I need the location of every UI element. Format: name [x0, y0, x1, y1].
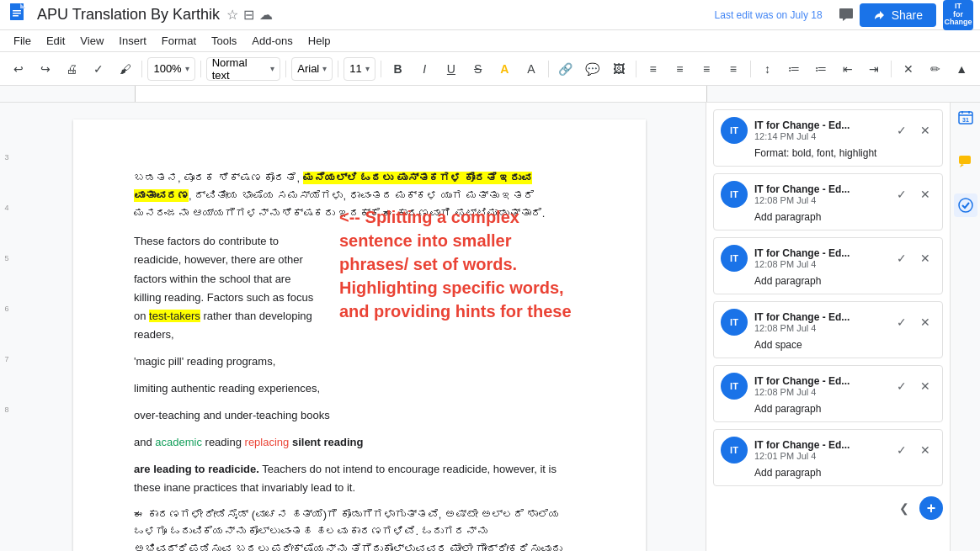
last-edit-label: Last edit was on July 18	[715, 9, 823, 21]
indent-more-button[interactable]: ⇥	[862, 57, 886, 81]
comment-author-1: IT for Change - Ed...	[754, 119, 885, 131]
calendar-icon[interactable]: 31	[954, 106, 977, 130]
comment-body-4: Add space	[721, 339, 935, 351]
share-button[interactable]: Share	[860, 3, 936, 27]
align-center-button[interactable]: ≡	[668, 57, 692, 81]
comment-avatar-1: IT	[721, 117, 748, 144]
comment-close-2[interactable]: ✕	[915, 184, 935, 204]
menu-add-ons[interactable]: Add-ons	[245, 33, 299, 49]
spell-check-button[interactable]: ✓	[87, 57, 110, 81]
editing-mode-button[interactable]: ✏	[924, 57, 947, 81]
align-left-button[interactable]: ≡	[642, 57, 665, 81]
comment-time-2: 12:08 PM Jul 4	[754, 195, 885, 205]
kannada-highlight-1: ಮನೆಯಲ್ಲಿ ಓದಲು ಪುಸ್ತಕಗಳ ಕೊರತೆ ಇರುವ ವಾತಾವರ…	[134, 172, 532, 202]
comment-body-2: Add paragraph	[721, 211, 935, 223]
indent-less-button[interactable]: ⇤	[836, 57, 860, 81]
separator9	[891, 61, 892, 77]
checkmark-icon[interactable]	[954, 193, 977, 217]
italic-button[interactable]: I	[413, 57, 436, 81]
english-para-6: are leading to readicide. Teachers do no…	[134, 460, 585, 497]
comment-close-6[interactable]: ✕	[915, 440, 935, 460]
comment-body-1: Format: bold, font, highlight	[721, 147, 935, 159]
english-para-2: 'magic pill' reading programs,	[134, 352, 585, 371]
comment-close-3[interactable]: ✕	[915, 248, 935, 268]
menu-view[interactable]: View	[73, 33, 110, 49]
comment-body-6: Add paragraph	[721, 467, 935, 479]
menu-edit[interactable]: Edit	[40, 33, 72, 49]
comment-time-5: 12:08 PM Jul 4	[754, 387, 885, 397]
comment-resolve-5[interactable]: ✓	[892, 376, 912, 396]
chat-icon[interactable]	[954, 150, 977, 173]
comment-close-5[interactable]: ✕	[915, 376, 935, 396]
undo-button[interactable]: ↩	[7, 57, 30, 81]
comment-card-3: IT IT for Change - Ed... 12:08 PM Jul 4 …	[713, 237, 943, 294]
comment-actions-3: ✓ ✕	[892, 248, 935, 268]
comment-resolve-2[interactable]: ✓	[892, 184, 912, 204]
comment-resolve-3[interactable]: ✓	[892, 248, 912, 268]
annotation-text: <-- Splitting a complex sentence into sm…	[339, 205, 578, 323]
cloud-icon[interactable]: ☁	[259, 7, 273, 23]
text-color-button[interactable]: A	[519, 57, 543, 81]
link-button[interactable]: 🔗	[554, 57, 578, 81]
menu-format[interactable]: Format	[155, 33, 203, 49]
panel-footer: ❮ +	[706, 493, 950, 523]
comment-actions-1: ✓ ✕	[892, 120, 935, 140]
underline-button[interactable]: U	[439, 57, 463, 81]
expand-panel-button[interactable]: ❮	[892, 496, 916, 520]
comment-resolve-1[interactable]: ✓	[892, 120, 912, 140]
menu-bar: File Edit View Insert Format Tools Add-o…	[0, 30, 980, 52]
comment-author-5: IT for Change - Ed...	[754, 375, 885, 387]
line-spacing-button[interactable]: ↕	[756, 57, 780, 81]
numbered-list-button[interactable]: ≔	[782, 57, 806, 81]
menu-file[interactable]: File	[7, 33, 38, 49]
test-takers-highlight: test-takers	[149, 310, 200, 322]
menu-tools[interactable]: Tools	[205, 33, 243, 49]
folder-icon[interactable]: ⊟	[243, 7, 254, 23]
comment-header-3: IT IT for Change - Ed... 12:08 PM Jul 4 …	[721, 245, 935, 272]
strikethrough-button[interactable]: S	[466, 57, 490, 81]
english-para-3: limiting authentic reading experiences,	[134, 379, 585, 398]
comments-button[interactable]	[833, 2, 860, 29]
justify-button[interactable]: ≡	[722, 57, 745, 81]
image-button[interactable]: 🖼	[607, 57, 631, 81]
expand-toolbar-button[interactable]: ▲	[950, 57, 973, 81]
document-page: ಬಡತನ, ಪೂರಕ ಶಿಕ್ಷಣ ಕೊರತೆ, ಮನೆಯಲ್ಲಿ ಓದಲು ಪ…	[73, 119, 646, 551]
menu-insert[interactable]: Insert	[112, 33, 153, 49]
clear-format-button[interactable]: ✕	[897, 57, 920, 81]
comment-close-4[interactable]: ✕	[915, 312, 935, 332]
zoom-select[interactable]: 100% ▾	[147, 57, 194, 81]
comment-resolve-6[interactable]: ✓	[892, 440, 912, 460]
style-select[interactable]: Normal text ▾	[206, 57, 281, 81]
redo-button[interactable]: ↪	[34, 57, 57, 81]
separator2	[200, 61, 201, 77]
it-change-badge: ITforChange	[943, 0, 973, 30]
main-layout: 3 4 5 6 7 8 ಬಡತನ, ಪೂರಕ ಶಿಕ್ಷಣ ಕೊರತೆ, ಮನೆ…	[0, 103, 980, 551]
font-select[interactable]: Arial ▾	[291, 57, 333, 81]
menu-help[interactable]: Help	[301, 33, 338, 49]
english-para-4: over-teaching and under-teaching books	[134, 406, 585, 425]
toolbar: ↩ ↪ 🖨 ✓ 🖌 100% ▾ Normal text ▾ Arial ▾ 1…	[0, 52, 980, 86]
comment-meta-2: IT for Change - Ed... 12:08 PM Jul 4	[754, 183, 885, 205]
are-leading-bold: are leading to readicide.	[134, 463, 259, 475]
separator4	[338, 61, 338, 77]
comment-button[interactable]: 💬	[581, 57, 605, 81]
separator7	[636, 61, 636, 77]
star-icon[interactable]: ☆	[226, 7, 238, 23]
comment-header-2: IT IT for Change - Ed... 12:08 PM Jul 4 …	[721, 181, 935, 208]
bullet-list-button[interactable]: ≔	[809, 57, 833, 81]
comment-avatar-2: IT	[721, 181, 748, 208]
paint-format-button[interactable]: 🖌	[114, 57, 137, 81]
highlight-button[interactable]: A	[493, 57, 516, 81]
font-size-select[interactable]: 11 ▾	[344, 57, 375, 81]
silent-reading: silent reading	[292, 436, 364, 448]
comment-close-1[interactable]: ✕	[915, 120, 935, 140]
separator	[141, 61, 142, 77]
comments-panel: IT IT for Change - Ed... 12:14 PM Jul 4 …	[706, 103, 950, 551]
align-right-button[interactable]: ≡	[695, 57, 718, 81]
comment-resolve-4[interactable]: ✓	[892, 312, 912, 332]
document-title: APU Translation By Karthik	[37, 6, 220, 24]
far-right-panel: 31	[950, 103, 980, 551]
bold-button[interactable]: B	[386, 57, 410, 81]
print-button[interactable]: 🖨	[60, 57, 83, 81]
add-comment-button[interactable]: +	[919, 496, 943, 520]
